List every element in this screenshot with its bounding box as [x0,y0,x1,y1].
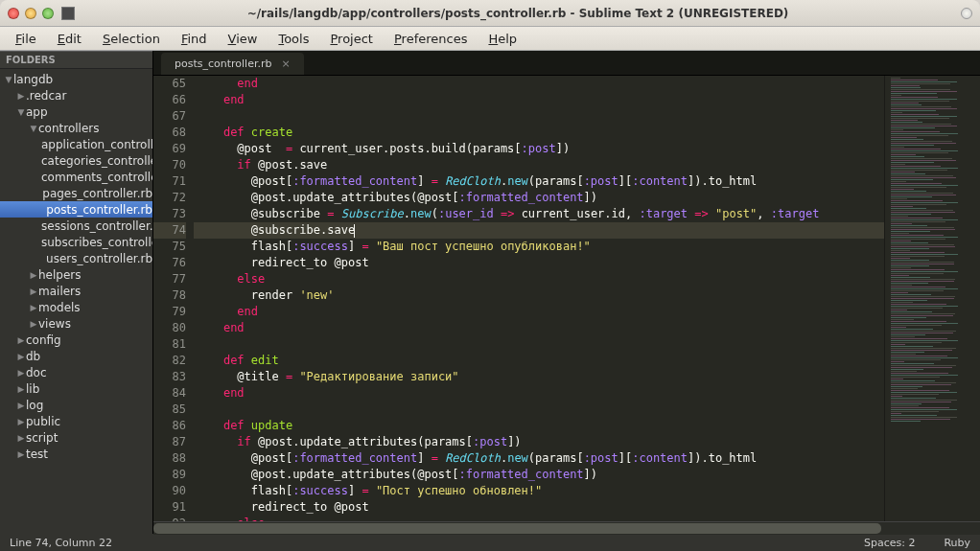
folder-twisty-icon[interactable] [4,75,13,84]
tree-item[interactable]: config [0,332,152,348]
window-controls [8,8,54,19]
tree-item[interactable]: comments_controller.rb [0,169,152,185]
tree-item[interactable]: sessions_controller.rb [0,218,152,234]
tree-item[interactable]: .redcar [0,87,152,103]
folder-twisty-icon[interactable] [29,319,38,329]
folder-twisty-icon[interactable] [16,107,26,117]
tree-item[interactable]: app [0,103,152,120]
menu-project[interactable]: Project [320,29,383,49]
tree-item-label: config [26,333,61,347]
tree-item[interactable]: views [0,315,152,332]
tree-item[interactable]: helpers [0,266,152,283]
tab-label: posts_controller.rb [175,57,271,70]
folder-twisty-icon[interactable] [16,384,26,394]
folder-twisty-icon[interactable] [16,417,26,426]
menu-help[interactable]: Help [478,29,526,49]
folder-twisty-icon[interactable] [16,352,26,361]
tree-item-label: sessions_controller.rb [41,219,152,233]
tree-item-label: posts_controller.rb [46,203,152,217]
tree-item-label: script [26,431,58,445]
tree-item[interactable]: users_controller.rb [0,250,152,266]
tree-item-label: categories_controller.rb [41,154,152,168]
menu-view[interactable]: View [219,29,268,49]
horizontal-scrollbar[interactable] [153,521,980,534]
folder-twisty-icon[interactable] [16,91,26,101]
tree-item-label: pages_controller.rb [42,187,152,200]
tree-item-label: controllers [38,122,100,135]
tree-item[interactable]: controllers [0,120,152,136]
tree-item[interactable]: mailers [0,283,152,299]
tab-bar: posts_controller.rb × [153,51,980,76]
folder-twisty-icon[interactable] [29,124,38,133]
folder-twisty-icon[interactable] [16,433,26,443]
tab-close-icon[interactable]: × [281,57,290,70]
tree-item-label: lib [26,382,39,396]
tree-item-label: views [38,317,71,331]
minimap[interactable] [884,76,980,521]
tree-item-label: helpers [38,268,82,282]
tree-item-label: application_controller.rb [41,138,152,151]
code-content[interactable]: end end def create @post = current_user.… [194,76,884,521]
editor-pane: posts_controller.rb × 656667686970717273… [153,51,980,534]
close-window-button[interactable] [8,8,19,19]
status-position: Line 74, Column 22 [10,537,112,549]
window-titlebar: ~/rails/langdb/app/controllers/posts_con… [0,0,980,27]
tree-item-label: doc [26,366,47,379]
tree-item[interactable]: langdb [0,71,152,87]
tree-item-label: mailers [38,285,81,298]
tree-item[interactable]: test [0,446,152,462]
status-bar: Line 74, Column 22 Spaces: 2 Ruby [0,534,980,551]
tree-item[interactable]: application_controller.rb [0,136,152,152]
tree-item[interactable]: public [0,413,152,429]
tree-item-label: comments_controller.rb [41,171,152,184]
tree-item[interactable]: script [0,429,152,446]
folder-twisty-icon[interactable] [29,287,38,296]
tree-item-label: models [38,301,81,314]
code-editor[interactable]: 6566676869707172737475767778798081828384… [153,76,980,521]
tree-item-label: app [26,105,48,119]
status-spaces[interactable]: Spaces: 2 [864,537,915,549]
tree-item-label: subscribes_controller.rb [41,236,152,249]
menu-edit[interactable]: Edit [48,29,91,49]
tree-item-label: public [26,415,60,428]
tree-item[interactable]: subscribes_controller.rb [0,234,152,250]
tree-item[interactable]: lib [0,380,152,397]
tree-item[interactable]: pages_controller.rb [0,185,152,201]
menu-bar: FileEditSelectionFindViewToolsProjectPre… [0,27,980,51]
tree-item[interactable]: categories_controller.rb [0,152,152,169]
tree-item-label: db [26,350,40,363]
folder-twisty-icon[interactable] [16,401,26,410]
app-icon [61,7,75,20]
menu-tools[interactable]: Tools [268,29,318,49]
folder-twisty-icon[interactable] [16,449,26,459]
folder-twisty-icon[interactable] [29,270,38,280]
menu-find[interactable]: Find [172,29,217,49]
minimize-window-button[interactable] [25,8,36,19]
tab-posts-controller[interactable]: posts_controller.rb × [161,53,304,75]
sidebar: FOLDERS langdb.redcarappcontrollersappli… [0,51,153,534]
tree-item-label: users_controller.rb [46,252,152,265]
menu-selection[interactable]: Selection [93,29,170,49]
tree-item[interactable]: models [0,299,152,315]
tree-item-label: langdb [13,73,53,86]
tree-item[interactable]: log [0,397,152,413]
line-gutter: 6566676869707172737475767778798081828384… [153,76,194,521]
window-right-button[interactable] [961,8,972,19]
folder-twisty-icon[interactable] [29,303,38,312]
tree-item[interactable]: doc [0,364,152,380]
folder-tree[interactable]: langdb.redcarappcontrollersapplication_c… [0,69,152,534]
scrollbar-thumb[interactable] [153,523,881,534]
menu-preferences[interactable]: Preferences [385,29,477,49]
tree-item[interactable]: db [0,348,152,364]
tree-item-label: test [26,448,48,461]
maximize-window-button[interactable] [42,8,54,19]
folder-twisty-icon[interactable] [16,335,26,345]
window-title: ~/rails/langdb/app/controllers/posts_con… [75,7,961,20]
menu-file[interactable]: File [6,29,46,49]
tree-item-label: .redcar [26,89,66,103]
tree-item[interactable]: posts_controller.rb [0,201,152,218]
sidebar-header: FOLDERS [0,51,152,69]
status-language[interactable]: Ruby [944,537,970,549]
tree-item-label: log [26,399,43,412]
folder-twisty-icon[interactable] [16,368,26,378]
